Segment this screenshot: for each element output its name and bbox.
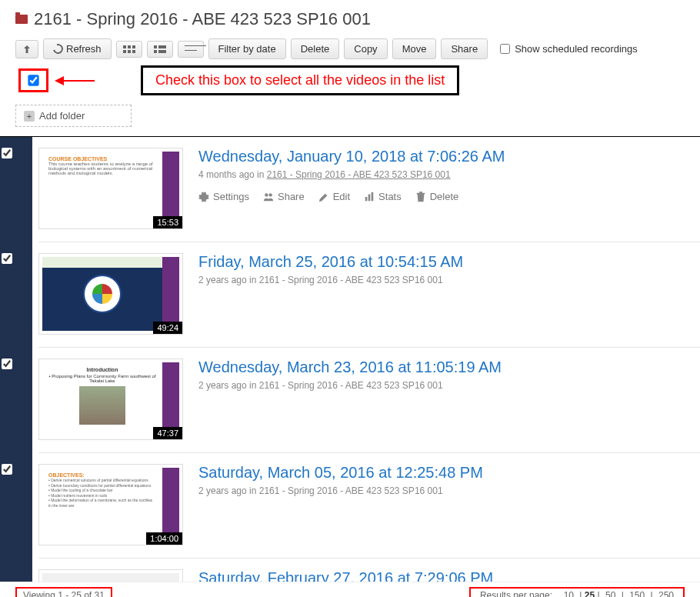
video-title-link[interactable]: Wednesday, March 23, 2016 at 11:05:19 AM [198, 359, 502, 375]
scheduled-checkbox[interactable] [500, 44, 510, 54]
video-title-link[interactable]: Friday, March 25, 2016 at 10:54:15 AM [198, 253, 463, 270]
edit-action[interactable]: Edit [318, 191, 350, 202]
annotation-text: Check this box to select all the videos … [141, 65, 459, 95]
video-meta: Saturday, February 27, 2016 at 7:29:06 P… [198, 569, 700, 582]
trash-icon [415, 192, 426, 202]
video-thumbnail[interactable]: COURSE OBJECTIVESThis course teaches stu… [38, 148, 183, 229]
page-header: 2161 - Spring 2016 - ABE 423 523 SP16 00… [15, 9, 685, 29]
view-grid-button[interactable] [116, 41, 142, 58]
rpp-10[interactable]: 10 [561, 590, 577, 597]
scheduled-label: Show scheduled recordings [515, 43, 638, 55]
row-checkbox[interactable] [2, 359, 12, 369]
share-action[interactable]: Share [263, 191, 305, 202]
video-list: COURSE OBJECTIVESThis course teaches stu… [0, 136, 700, 582]
share-button[interactable]: Share [441, 38, 488, 59]
view-detail-button[interactable] [178, 41, 204, 58]
duration-badge: 49:24 [153, 322, 182, 334]
svg-point-0 [265, 193, 268, 196]
list-icon [154, 45, 166, 53]
video-row: COURSE OBJECTIVESThis course teaches stu… [38, 137, 700, 242]
video-subtitle: 2 years ago in 2161 - Spring 2016 - ABE … [198, 275, 700, 285]
row-checkbox[interactable] [2, 148, 12, 158]
video-meta: Wednesday, March 23, 2016 at 11:05:19 AM… [198, 359, 700, 440]
folder-icon [15, 15, 28, 24]
select-all-row: Check this box to select all the videos … [15, 65, 685, 95]
video-thumbnail[interactable] [38, 569, 183, 582]
up-button[interactable] [15, 40, 38, 58]
row-checkbox[interactable] [2, 464, 12, 475]
duration-badge: 1:04:00 [146, 532, 182, 545]
page-title: 2161 - Spring 2016 - ABE 423 523 SP16 00… [34, 9, 371, 29]
video-subtitle: 4 months ago in 2161 - Spring 2016 - ABE… [198, 169, 700, 180]
delete-button[interactable]: Delete [291, 38, 340, 59]
grid-icon [123, 45, 135, 53]
rpp-150[interactable]: 150 [626, 590, 648, 597]
folder-text: 2161 - Spring 2016 - ABE 423 523 SP16 00… [259, 485, 443, 496]
gear-icon [198, 192, 209, 202]
svg-rect-2 [365, 197, 368, 201]
footer: Viewing 1 - 25 of 31 Results per page: 1… [0, 582, 700, 597]
svg-rect-4 [372, 192, 374, 200]
detail-icon [185, 45, 197, 53]
video-row: OBJECTIVES:• Derive numerical solutions … [38, 453, 700, 559]
toolbar: Refresh Filter by date Delete Copy Move … [15, 38, 685, 59]
refresh-button[interactable]: Refresh [43, 38, 112, 59]
row-checkbox[interactable] [2, 253, 12, 264]
video-title-link[interactable]: Wednesday, January 10, 2018 at 7:06:26 A… [198, 148, 505, 165]
refresh-icon [52, 42, 65, 56]
rpp-250[interactable]: 250 [655, 590, 677, 597]
video-title-link[interactable]: Saturday, March 05, 2016 at 12:25:48 PM [198, 464, 483, 481]
share-icon [263, 192, 274, 202]
video-meta: Wednesday, January 10, 2018 at 7:06:26 A… [198, 148, 700, 229]
folder-link[interactable]: 2161 - Spring 2016 - ABE 423 523 SP16 00… [267, 169, 451, 180]
rpp-25[interactable]: 25 [585, 590, 595, 597]
video-row: Saturday, February 27, 2016 at 7:29:06 P… [38, 559, 700, 582]
svg-point-1 [268, 193, 272, 196]
view-list-button[interactable] [147, 41, 173, 58]
copy-button[interactable]: Copy [344, 38, 387, 59]
move-button[interactable]: Move [392, 38, 437, 59]
video-thumbnail[interactable]: 49:24 [38, 253, 183, 335]
folder-text: 2161 - Spring 2016 - ABE 423 523 SP16 00… [259, 380, 443, 391]
video-title-link[interactable]: Saturday, February 27, 2016 at 7:29:06 P… [198, 569, 493, 582]
video-row: 49:24Friday, March 25, 2016 at 10:54:15 … [38, 242, 700, 348]
video-subtitle: 2 years ago in 2161 - Spring 2016 - ABE … [198, 380, 700, 391]
folder-text: 2161 - Spring 2016 - ABE 423 523 SP16 00… [259, 275, 443, 285]
duration-badge: 47:37 [153, 427, 182, 439]
stats-action[interactable]: Stats [364, 191, 402, 202]
video-actions: SettingsShareEditStatsDelete [198, 191, 700, 202]
add-folder-button[interactable]: + Add folder [15, 105, 132, 127]
rpp-label: Results per page: [477, 590, 555, 597]
svg-rect-3 [368, 194, 371, 201]
results-per-page: Results per page: 10 | 25 | 50 | 150 | 2… [469, 587, 685, 597]
paging-status: Viewing 1 - 25 of 31 [15, 587, 112, 597]
up-arrow-icon [22, 45, 32, 54]
scheduled-toggle[interactable]: Show scheduled recordings [500, 43, 638, 55]
video-meta: Saturday, March 05, 2016 at 12:25:48 PM2… [198, 464, 700, 545]
video-subtitle: 2 years ago in 2161 - Spring 2016 - ABE … [198, 485, 700, 496]
pencil-icon [318, 192, 329, 202]
refresh-label: Refresh [66, 43, 102, 55]
select-all-highlight [18, 68, 48, 92]
delete-action[interactable]: Delete [415, 191, 459, 202]
video-meta: Friday, March 25, 2016 at 10:54:15 AM2 y… [198, 253, 700, 335]
video-thumbnail[interactable]: OBJECTIVES:• Derive numerical solutions … [38, 464, 183, 545]
settings-action[interactable]: Settings [198, 191, 249, 202]
add-folder-label: Add folder [39, 110, 85, 122]
duration-badge: 15:53 [153, 216, 182, 228]
stats-icon [364, 192, 375, 202]
video-thumbnail[interactable]: Introduction• Proposing Plans for Commun… [38, 359, 183, 440]
plus-icon: + [24, 111, 35, 122]
video-row: Introduction• Proposing Plans for Commun… [38, 348, 700, 453]
select-all-checkbox[interactable] [28, 75, 38, 85]
filter-button[interactable]: Filter by date [208, 38, 286, 59]
rpp-50[interactable]: 50 [602, 590, 618, 597]
annotation-arrow-icon [56, 80, 95, 82]
